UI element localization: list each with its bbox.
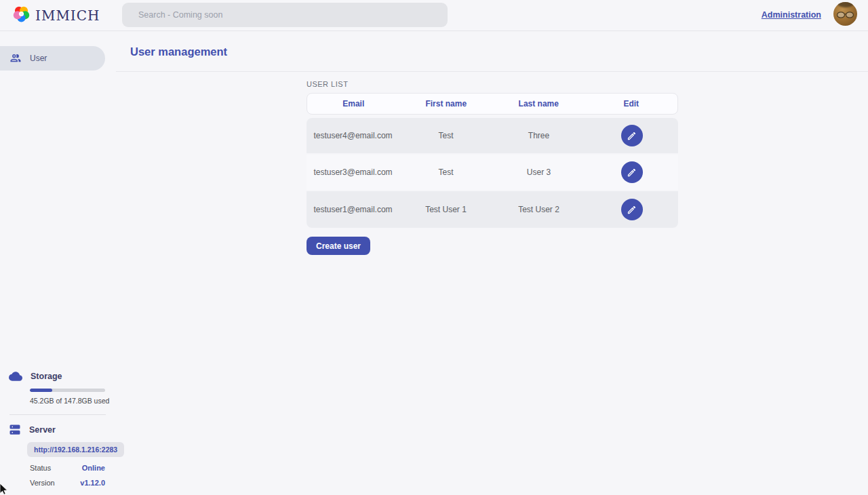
- status-label: Status: [30, 464, 51, 472]
- storage-section-header: Storage: [0, 370, 116, 383]
- edit-user-button[interactable]: [621, 161, 643, 183]
- edit-user-button[interactable]: [621, 199, 643, 220]
- cell-email: testuser1@email.com: [307, 205, 399, 214]
- cell-first-name: Test: [399, 167, 492, 177]
- column-header-first-name: First name: [400, 99, 493, 108]
- user-list-label: USER LIST: [307, 80, 868, 88]
- user-table-rows: testuser4@email.comTestThreetestuser3@em…: [307, 118, 678, 228]
- storage-progress-bar: [30, 389, 105, 392]
- cell-edit: [585, 125, 678, 146]
- table-row: testuser4@email.comTestThree: [307, 118, 678, 155]
- glasses-icon: [836, 10, 854, 20]
- table-row: testuser1@email.comTest User 1Test User …: [307, 191, 678, 228]
- server-title: Server: [29, 425, 56, 435]
- main-content: User management USER LIST Email First na…: [116, 32, 868, 495]
- server-version-row: Version v1.12.0: [30, 479, 105, 487]
- server-section-header: Server: [0, 424, 116, 436]
- sidebar: User Storage 45.2GB of 147.8GB used Serv…: [0, 32, 116, 495]
- storage-usage-text: 45.2GB of 147.8GB used: [30, 397, 116, 405]
- pencil-icon: [627, 205, 637, 215]
- storage-title: Storage: [31, 372, 62, 381]
- version-label: Version: [30, 479, 55, 487]
- column-header-last-name: Last name: [492, 99, 585, 108]
- administration-link[interactable]: Administration: [762, 10, 821, 20]
- server-url-chip: http://192.168.1.216:2283: [27, 442, 124, 457]
- sidebar-item-user[interactable]: User: [0, 46, 105, 71]
- sidebar-item-label: User: [30, 54, 47, 63]
- pencil-icon: [627, 131, 637, 141]
- page-title: User management: [130, 45, 227, 58]
- sidebar-divider: [9, 414, 106, 415]
- column-header-email: Email: [307, 99, 400, 108]
- cell-edit: [585, 199, 678, 220]
- cell-edit: [585, 161, 678, 183]
- sidebar-footer: Storage 45.2GB of 147.8GB used Server ht…: [0, 370, 116, 487]
- immich-flower-icon: [12, 5, 31, 26]
- server-status-row: Status Online: [30, 464, 105, 472]
- create-user-button[interactable]: Create user: [307, 237, 370, 255]
- app-logo: IMMICH: [12, 5, 100, 26]
- edit-user-button[interactable]: [621, 125, 643, 146]
- cell-last-name: Test User 2: [492, 205, 585, 214]
- avatar-photo-detail: [837, 2, 854, 7]
- storage-progress-fill: [30, 389, 52, 392]
- logo-wordmark: IMMICH: [35, 7, 100, 24]
- user-avatar[interactable]: [833, 2, 857, 26]
- cell-last-name: User 3: [492, 167, 585, 177]
- cloud-icon: [9, 370, 22, 383]
- cell-first-name: Test: [399, 131, 492, 140]
- table-row: testuser3@email.comTestUser 3: [307, 155, 678, 191]
- column-header-edit: Edit: [585, 99, 678, 108]
- people-group-icon: [9, 52, 22, 64]
- status-value: Online: [82, 464, 105, 472]
- cell-email: testuser3@email.com: [307, 167, 399, 177]
- pencil-icon: [627, 167, 637, 178]
- top-header: IMMICH Administration: [0, 0, 868, 31]
- title-bar: User management: [116, 32, 868, 72]
- cell-last-name: Three: [492, 131, 585, 140]
- server-racks-icon: [9, 424, 21, 436]
- search-input[interactable]: [122, 3, 448, 27]
- mouse-cursor-icon: [0, 483, 9, 495]
- cell-email: testuser4@email.com: [307, 131, 399, 140]
- table-header-row: Email First name Last name Edit: [307, 93, 678, 115]
- version-value: v1.12.0: [80, 479, 105, 487]
- user-table: Email First name Last name Edit testuser…: [307, 93, 678, 228]
- cell-first-name: Test User 1: [399, 205, 492, 214]
